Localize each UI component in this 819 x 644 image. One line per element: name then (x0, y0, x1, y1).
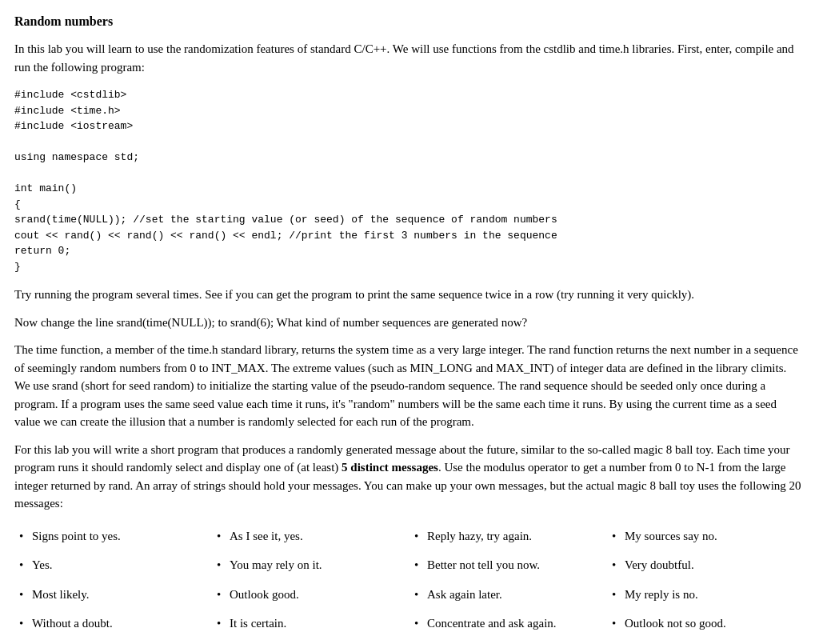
list-item: It is certain. (212, 614, 410, 633)
list-item: You may rely on it. (212, 556, 410, 574)
messages-list-3: My sources say no.Very doubtful.My reply… (607, 527, 805, 645)
messages-col-3: My sources say no.Very doubtful.My reply… (607, 527, 805, 645)
list-item: Without a doubt. (14, 614, 212, 633)
list-item: Signs point to yes. (14, 527, 212, 546)
messages-list-0: Signs point to yes.Yes.Most likely.Witho… (14, 527, 212, 645)
list-item: Very doubtful. (607, 556, 805, 574)
list-item: Reply hazy, try again. (410, 527, 607, 546)
list-item: As I see it, yes. (212, 527, 410, 546)
para4: For this lab you will write a short prog… (14, 441, 805, 513)
para4-bold: 5 distinct messages (342, 461, 438, 474)
messages-col-2: Reply hazy, try again.Better not tell yo… (410, 527, 607, 645)
messages-list-1: As I see it, yes.You may rely on it.Outl… (212, 527, 410, 645)
messages-col-1: As I see it, yes.You may rely on it.Outl… (212, 527, 410, 645)
list-item: My reply is no. (607, 586, 805, 604)
messages-list-2: Reply hazy, try again.Better not tell yo… (410, 527, 607, 645)
list-item: Ask again later. (410, 586, 607, 604)
list-item: Outlook good. (212, 586, 410, 604)
list-item: Yes. (14, 556, 212, 574)
messages-grid: Signs point to yes.Yes.Most likely.Witho… (14, 527, 805, 645)
intro-paragraph: In this lab you will learn to use the ra… (14, 40, 805, 76)
list-item: Concentrate and ask again. (410, 614, 607, 633)
list-item: Better not tell you now. (410, 556, 607, 574)
list-item: Most likely. (14, 586, 212, 604)
para1: Try running the program several times. S… (14, 286, 805, 304)
page-title: Random numbers (14, 14, 805, 29)
messages-col-0: Signs point to yes.Yes.Most likely.Witho… (14, 527, 212, 645)
para3: The time function, a member of the time.… (14, 341, 805, 431)
code-block: #include <cstdlib> #include <time.h> #in… (14, 87, 805, 274)
list-item: Outlook not so good. (607, 614, 805, 633)
para2: Now change the line srand(time(NULL)); t… (14, 314, 805, 332)
list-item: My sources say no. (607, 527, 805, 546)
